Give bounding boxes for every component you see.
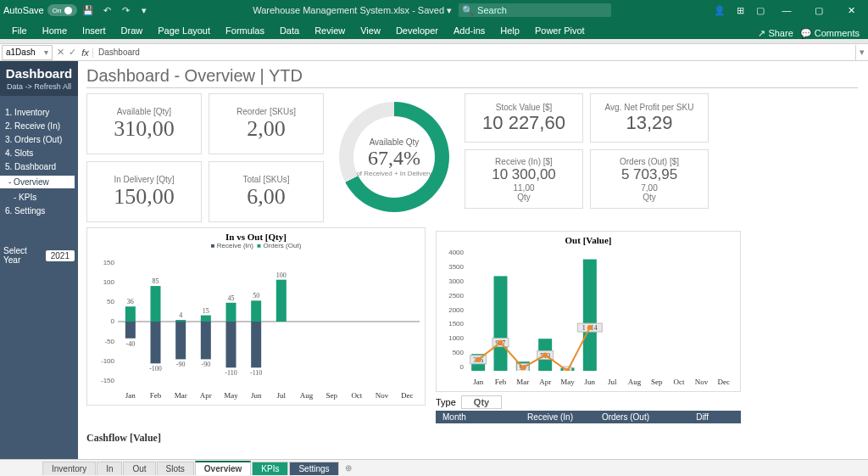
svg-rect-25 (276, 280, 287, 322)
chart2-xaxis: JanFebMarAprMayJunJulAugSepOctNovDec (467, 378, 735, 386)
svg-rect-30 (494, 276, 508, 371)
ribbon-display-icon[interactable]: ▢ (753, 3, 768, 18)
close-button[interactable]: ✕ (837, 0, 865, 20)
kpi-net-profit: Avg. Net Profit per SKU 13,29 (590, 93, 709, 143)
autosave-label: AutoSave (3, 5, 44, 15)
undo-icon[interactable]: ↶ (99, 3, 114, 18)
svg-point-46 (498, 340, 504, 345)
svg-text:50: 50 (253, 292, 259, 300)
sidebar-title: Dashboard (3, 66, 75, 81)
cashflow-title: Cashflow [Value] (86, 432, 858, 445)
chart-in-vs-out[interactable]: In vs Out [Qty] ■ Receive (In) ■ Orders … (86, 227, 426, 406)
svg-rect-19 (226, 322, 236, 367)
svg-text:15: 15 (203, 307, 209, 315)
search-icon: 🔍 (462, 5, 474, 16)
nav-overview[interactable]: - Overview (0, 176, 75, 188)
sheet-out[interactable]: Out (123, 462, 155, 475)
tab-powerpivot[interactable]: Power Pivot (528, 22, 592, 39)
svg-point-47 (520, 365, 526, 370)
nav-orders[interactable]: 3. Orders (Out) (5, 135, 75, 144)
app-settings-icon[interactable]: ⊞ (732, 3, 748, 18)
kpi-reorder: Reorder [SKUs] 2,00 (209, 93, 324, 154)
minimize-button[interactable]: — (773, 0, 800, 20)
sidebar-subtitle: Data -> Refresh All (3, 82, 75, 91)
donut-chart: Available Qty 67,4% of Received + In Del… (331, 93, 458, 221)
kpi-total: Total [SKUs] 6,00 (209, 161, 324, 222)
year-label: Select Year (3, 246, 42, 265)
dashboard-sidebar: Dashboard Data -> Refresh All 1. Invento… (0, 61, 78, 459)
share-button[interactable]: ↗ Share (758, 28, 793, 39)
ribbon-tabs: File Home Insert Draw Page Layout Formul… (0, 20, 868, 39)
qat-dropdown-icon[interactable]: ▾ (136, 3, 152, 18)
autosave-toggle[interactable]: On (47, 4, 78, 16)
type-label: Type (436, 397, 456, 407)
formula-bar: a1Dash▾ ✕ ✓ fx Dashboard ▾ (0, 44, 868, 61)
tab-view[interactable]: View (353, 22, 387, 39)
type-selector[interactable]: Qty (461, 395, 502, 409)
nav-kpis[interactable]: - KPIs (5, 193, 75, 202)
svg-rect-15 (201, 322, 211, 359)
expand-formula-icon[interactable]: ▾ (856, 47, 868, 58)
svg-point-50 (587, 325, 593, 330)
svg-text:4: 4 (179, 311, 182, 319)
sheet-in[interactable]: In (97, 462, 122, 475)
search-input[interactable]: 🔍 Search (459, 3, 611, 17)
tab-help[interactable]: Help (493, 22, 526, 39)
tab-review[interactable]: Review (308, 22, 352, 39)
sheet-settings[interactable]: Settings (289, 462, 338, 475)
svg-rect-7 (151, 322, 161, 363)
save-icon[interactable]: 💾 (81, 3, 96, 18)
nav-inventory[interactable]: 1. Inventory (5, 108, 75, 117)
chart1-yaxis: 150100500-50-100-150 (89, 259, 114, 384)
nav-receive[interactable]: 2. Receive (In) (5, 121, 75, 131)
year-selector[interactable]: 2021 (46, 250, 75, 261)
fx-icon[interactable]: fx (78, 48, 93, 58)
comments-button[interactable]: 💬 Comments (800, 28, 860, 39)
new-sheet-button[interactable]: ⊕ (340, 463, 357, 473)
svg-rect-11 (175, 322, 186, 359)
summary-table-header: Month Receive (In) Orders (Out) Diff (436, 411, 741, 423)
tab-insert[interactable]: Insert (75, 22, 113, 39)
svg-rect-21 (251, 300, 261, 322)
svg-rect-1 (125, 306, 136, 322)
account-icon[interactable]: 👤 (712, 3, 727, 18)
svg-text:100: 100 (276, 272, 287, 279)
sheet-overview[interactable]: Overview (195, 461, 251, 475)
svg-rect-17 (226, 303, 236, 322)
kpi-receive-in: Receive (In) [$] 10 300,00 11,00 Qty (465, 149, 583, 209)
sheet-tabs: Inventory In Out Slots Overview KPIs Set… (0, 459, 868, 476)
tab-data[interactable]: Data (273, 22, 306, 39)
chart-out-value[interactable]: Out [Value] 4000350030002500200015001000… (436, 231, 741, 392)
kpi-available: Available [Qty] 310,00 (86, 93, 202, 154)
tab-file[interactable]: File (5, 22, 34, 39)
kpi-orders-out: Orders (Out) [$] 5 703,95 7,00 Qty (590, 149, 709, 209)
sheet-kpis[interactable]: KPIs (252, 462, 288, 475)
document-title[interactable]: Warehouse Management System.xlsx - Saved… (253, 5, 452, 16)
svg-point-48 (542, 353, 548, 358)
svg-point-45 (476, 357, 481, 362)
tab-draw[interactable]: Draw (114, 22, 150, 39)
maximize-button[interactable]: ▢ (805, 0, 832, 20)
tab-home[interactable]: Home (36, 22, 74, 39)
sidebar-header: Dashboard Data -> Refresh All (0, 61, 78, 96)
sheet-inventory[interactable]: Inventory (42, 462, 96, 475)
enter-formula-icon[interactable]: ✓ (66, 47, 78, 58)
cancel-formula-icon[interactable]: ✕ (54, 47, 66, 58)
nav-dashboard[interactable]: 5. Dashboard (5, 162, 75, 171)
tab-pagelayout[interactable]: Page Layout (151, 22, 217, 39)
tab-developer[interactable]: Developer (389, 22, 445, 39)
tab-formulas[interactable]: Formulas (219, 22, 271, 39)
nav-settings[interactable]: 6. Settings (5, 206, 75, 216)
dashboard-pane: Dashboard - Overview | YTD Available [Qt… (78, 61, 868, 459)
svg-text:36: 36 (127, 298, 134, 305)
svg-rect-42 (583, 260, 597, 371)
sheet-slots[interactable]: Slots (157, 462, 194, 475)
svg-rect-9 (175, 320, 186, 322)
tab-addins[interactable]: Add-ins (447, 22, 492, 39)
svg-text:-100: -100 (149, 365, 162, 372)
nav-slots[interactable]: 4. Slots (5, 148, 75, 158)
name-box[interactable]: a1Dash▾ (2, 45, 53, 60)
svg-text:-110: -110 (250, 369, 262, 377)
redo-icon[interactable]: ↷ (118, 3, 133, 18)
formula-input[interactable]: Dashboard (93, 45, 856, 60)
